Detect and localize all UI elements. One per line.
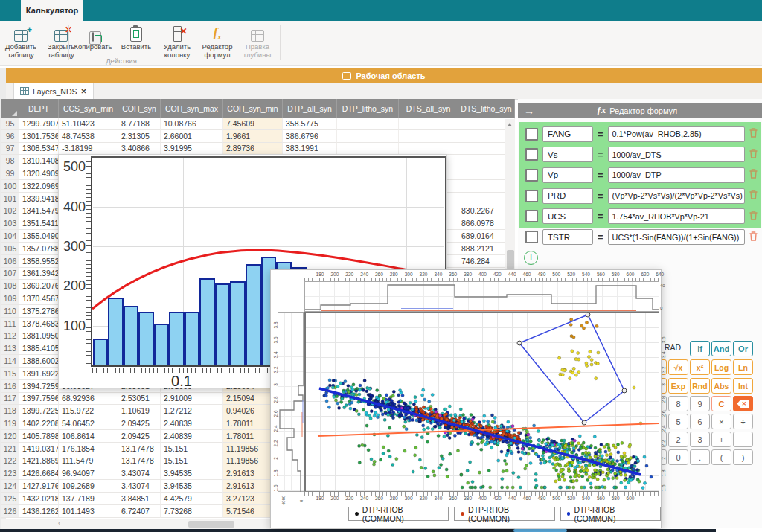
table-cell[interactable]: 2.40839	[161, 430, 223, 443]
table-cell[interactable]: 1351.54114	[19, 217, 59, 230]
formula-checkbox[interactable]	[525, 210, 538, 222]
formula-expression-input[interactable]: 1000/av_DTP	[608, 167, 745, 183]
table-cell[interactable]: 2.09425	[118, 430, 161, 443]
workspace-bar[interactable]: Рабочая область	[6, 68, 762, 83]
formula-checkbox[interactable]	[525, 231, 538, 243]
table-cell[interactable]: 1.9661	[223, 130, 283, 143]
table-cell[interactable]: 1341.54796	[19, 205, 59, 218]
table-cell[interactable]	[399, 143, 458, 156]
table-cell[interactable]: 176.1854	[59, 443, 118, 455]
table-cell[interactable]: 13.17478	[118, 455, 161, 468]
table-cell[interactable]: 1.27212	[161, 405, 223, 417]
table-cell[interactable]: 106.8614	[59, 430, 118, 443]
table-cell[interactable]: 3.40866	[118, 143, 161, 156]
collapse-arrow-icon[interactable]: →	[524, 105, 534, 117]
column-header-COH_syn_max[interactable]: COH_syn_max	[161, 99, 223, 118]
table-cell[interactable]: 1339.94189	[19, 193, 59, 205]
table-cell[interactable]: 137.7189	[59, 493, 118, 505]
calc-button-0[interactable]: 0	[668, 449, 688, 465]
formula-expression-input[interactable]: 1.754*av_RHOB*Vp*Vp-21	[608, 208, 745, 224]
table-cell[interactable]: 15.151	[161, 455, 223, 468]
scroll-left-icon[interactable]: ‹	[58, 519, 60, 527]
table-cell[interactable]: 1405.78982	[19, 430, 59, 443]
formula-checkbox[interactable]	[525, 128, 538, 141]
table-cell[interactable]: 1355.04901	[19, 230, 59, 243]
calc-button-3[interactable]: 3	[690, 432, 710, 447]
table-cell[interactable]: 1399.72253	[19, 405, 59, 417]
table-cell[interactable]: 1436.12622	[19, 505, 59, 518]
table-cell[interactable]: 1426.66846	[19, 467, 59, 480]
calc-button-8[interactable]: 8	[668, 396, 688, 411]
formula-name-input[interactable]: TSTR	[542, 229, 593, 245]
calc-button-[interactable]: ÷	[733, 414, 753, 429]
polygon-vertex-handle[interactable]	[517, 341, 522, 345]
trash-icon[interactable]	[749, 148, 758, 161]
formula-editor-button[interactable]: fx Редакторформул	[198, 24, 237, 63]
formula-expression-input[interactable]: 0.1*Pow(av_RHOB,2.85)	[608, 126, 745, 142]
add-formula-button[interactable]: +	[524, 251, 538, 265]
formula-name-input[interactable]: UCS	[542, 208, 593, 224]
calc-button-x[interactable]: √x	[668, 359, 688, 375]
trash-icon[interactable]	[749, 127, 758, 141]
formula-checkbox[interactable]	[525, 190, 538, 202]
table-cell[interactable]: 1301.75366	[19, 130, 59, 143]
table-cell[interactable]: 2.66001	[161, 130, 223, 143]
calc-button-[interactable]: −	[733, 432, 753, 447]
horizontal-scroll-thumb[interactable]	[188, 521, 234, 528]
table-cell[interactable]: 1.10619	[118, 405, 161, 417]
table-cell[interactable]: 68.92936	[59, 393, 118, 406]
column-header-COH_syn[interactable]: COH_syn	[118, 99, 161, 118]
formula-name-input[interactable]: PRD	[542, 188, 593, 204]
delete-column-button[interactable]: ✕ Удалитьколонку	[158, 24, 196, 63]
tab-layers-nds[interactable]: Layers_NDS ✕	[13, 83, 94, 99]
table-cell[interactable]: 2.31305	[118, 130, 161, 143]
table-cell[interactable]: 2.91009	[161, 393, 223, 406]
calc-button-abs[interactable]: Abs	[711, 378, 731, 394]
formula-expression-input[interactable]: (Vp*Vp-2*Vs*Vs)/(2*Vp*Vp-2*Vs*Vs)	[608, 188, 745, 204]
table-cell[interactable]: 1391.69226	[19, 368, 59, 380]
legend-item[interactable]: DTP-RHOB (COMMON)	[348, 507, 449, 521]
table-cell[interactable]: 1361.39429	[19, 268, 59, 281]
table-cell[interactable]: 1320.49091	[19, 167, 59, 180]
add-table-button[interactable]: + Добавитьтаблицу	[1, 24, 40, 63]
trash-icon[interactable]	[749, 168, 758, 182]
table-cell[interactable]: 1388.60022	[19, 355, 59, 368]
trash-icon[interactable]	[749, 189, 758, 202]
table-cell[interactable]	[337, 143, 399, 156]
formula-checkbox[interactable]	[525, 169, 538, 182]
trash-icon[interactable]	[749, 210, 758, 223]
table-cell[interactable]: 1370.45679	[19, 292, 59, 305]
table-cell[interactable]: 101.1493	[59, 505, 118, 518]
table-cell[interactable]: 7.73268	[161, 505, 223, 518]
table-cell[interactable]: 3.91995	[161, 143, 223, 156]
table-cell[interactable]: 2.40839	[161, 417, 223, 430]
table-cell[interactable]: 1308.53479	[19, 143, 59, 156]
calc-button-([interactable]: (	[711, 449, 731, 465]
table-cell[interactable]: 1402.22083	[19, 417, 59, 430]
formula-name-input[interactable]: Vs	[542, 147, 593, 162]
column-header-DTP_litho_syn[interactable]: DTP_litho_syn	[337, 99, 399, 118]
formula-expression-input[interactable]: 1000/av_DTS	[608, 147, 745, 162]
table-cell[interactable]: 109.2689	[59, 480, 118, 493]
formula-name-input[interactable]: FANG	[542, 126, 593, 142]
table-cell[interactable]: 3.84851	[118, 493, 161, 505]
app-tab-calculator[interactable]: Калькулятор	[21, 0, 83, 21]
table-cell[interactable]	[399, 130, 458, 143]
table-cell[interactable]: 1322.09692	[19, 180, 59, 193]
legend-item[interactable]: DTP-RHOB (COMMON)	[454, 507, 554, 521]
table-cell[interactable]: 51.10423	[59, 118, 118, 130]
table-cell[interactable]: 54.06452	[59, 417, 118, 430]
table-cell[interactable]: 13.17478	[118, 443, 161, 455]
table-cell[interactable]: 8.77188	[118, 118, 161, 130]
column-header-DTS_litho_syn[interactable]: DTS_litho_syn	[458, 99, 515, 118]
column-header-COH_syn_min[interactable]: COH_syn_min	[223, 99, 283, 118]
column-header-DTP_all_syn[interactable]: DTP_all_syn	[283, 99, 337, 118]
calc-button-x[interactable]: x²	[690, 359, 710, 375]
table-cell[interactable]: 3.94535	[161, 480, 223, 493]
column-header-DTS_all_syn[interactable]: DTS_all_syn	[399, 99, 458, 118]
table-cell[interactable]: 1378.46838	[19, 318, 59, 330]
table-cell[interactable]	[337, 118, 399, 130]
calc-button-+[interactable]: +	[711, 432, 731, 447]
table-cell[interactable]: 1358.9552	[19, 255, 59, 268]
table-cell[interactable]: 111.5479	[59, 455, 118, 468]
